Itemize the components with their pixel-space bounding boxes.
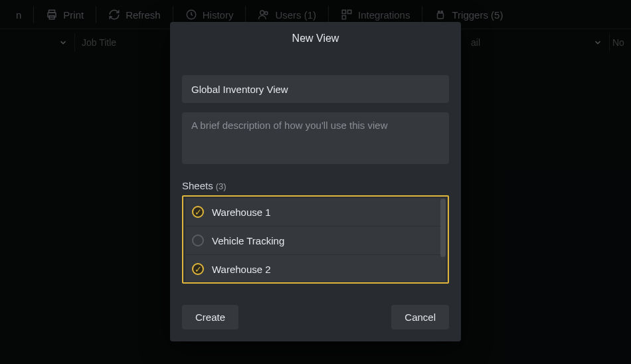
modal-body: Sheets (3) ✓ Warehouse 1 Vehicle Trackin… bbox=[170, 54, 461, 296]
sheet-item-vehicle-tracking[interactable]: Vehicle Tracking bbox=[185, 227, 446, 254]
sheet-item-label: Warehouse 2 bbox=[212, 264, 271, 275]
sheet-item-label: Warehouse 1 bbox=[212, 207, 271, 218]
sheet-item-warehouse-2[interactable]: ✓ Warehouse 2 bbox=[185, 255, 446, 282]
modal-footer: Create Cancel bbox=[170, 296, 461, 341]
sheets-list[interactable]: ✓ Warehouse 1 Vehicle Tracking ✓ Warehou… bbox=[182, 195, 449, 284]
sheets-label: Sheets (3) bbox=[182, 180, 449, 191]
check-icon: ✓ bbox=[192, 263, 204, 275]
view-name-input[interactable] bbox=[182, 75, 449, 103]
cancel-button[interactable]: Cancel bbox=[391, 305, 449, 329]
new-view-modal: New View Sheets (3) ✓ Warehouse 1 Vehicl… bbox=[170, 22, 461, 341]
sheet-item-warehouse-1[interactable]: ✓ Warehouse 1 bbox=[185, 198, 446, 226]
sheets-count: (3) bbox=[216, 181, 226, 191]
sheet-item-label: Vehicle Tracking bbox=[212, 235, 284, 246]
modal-title: New View bbox=[170, 22, 461, 54]
check-icon bbox=[192, 234, 204, 246]
check-icon: ✓ bbox=[192, 206, 204, 218]
create-button[interactable]: Create bbox=[182, 305, 238, 329]
view-description-input[interactable] bbox=[182, 112, 449, 164]
sheets-label-text: Sheets bbox=[182, 180, 213, 191]
